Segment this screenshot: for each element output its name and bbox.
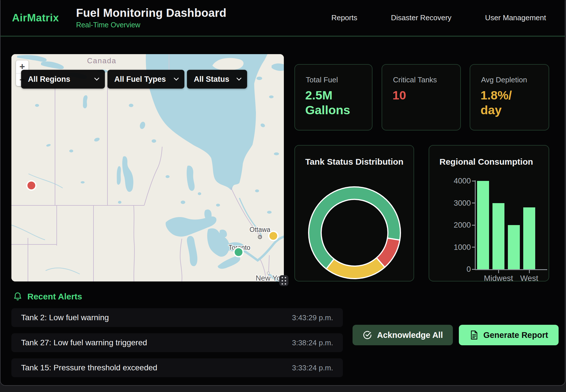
- y-tick-mark: [472, 203, 475, 203]
- region-filter-value: All Regions: [28, 75, 70, 84]
- tank-status-donut-chart: [295, 146, 414, 281]
- title-block: Fuel Monitoring Dashboard Real-Time Over…: [76, 7, 226, 29]
- page-title: Fuel Monitoring Dashboard: [76, 7, 226, 19]
- generate-report-button[interactable]: Generate Report: [459, 325, 559, 345]
- recent-alerts-header: Recent Alerts: [13, 292, 82, 301]
- x-tick-label: West: [520, 274, 538, 281]
- brand-logo: AirMatrix: [12, 12, 59, 24]
- nav-user-management[interactable]: User Management: [485, 13, 546, 22]
- alert-message: Tank 27: Low fuel warning triggered: [21, 338, 147, 347]
- y-tick-mark: [472, 181, 475, 181]
- alert-time: 3:38:24 p.m.: [292, 338, 333, 347]
- map-marker-normal[interactable]: [234, 248, 243, 257]
- stat-label: Total Fuel: [306, 75, 372, 84]
- y-tick-label: 1000: [445, 243, 471, 252]
- fuel-map[interactable]: Canada Ottawa Toronto New York + − All R…: [11, 54, 284, 281]
- y-tick-label: 0: [445, 265, 471, 274]
- regional-consumption-bar-chart: 01000200030004000MidwestWest: [429, 146, 549, 281]
- x-tick-mark: [498, 270, 499, 273]
- x-tick-mark: [529, 270, 530, 273]
- x-tick-label: Midwest: [484, 274, 513, 281]
- map-marker-warning[interactable]: [269, 231, 278, 240]
- donut-segment-warning: [326, 258, 385, 279]
- stat-value: 1.8%/day: [481, 88, 516, 118]
- header-divider: [1, 36, 565, 37]
- resize-grip-icon[interactable]: [279, 275, 288, 286]
- y-tick-label: 4000: [445, 176, 471, 185]
- nav-disaster-recovery[interactable]: Disaster Recovery: [391, 13, 451, 22]
- chevron-down-icon: [94, 75, 99, 81]
- check-circle-icon: [363, 330, 372, 340]
- stat-label: Critical Tanks: [393, 75, 460, 84]
- dashboard-root: AirMatrix Fuel Monitoring Dashboard Real…: [0, 0, 565, 386]
- main-nav: Reports Disaster Recovery User Managemen…: [331, 13, 565, 22]
- alert-row[interactable]: Tank 15: Pressure threshold exceeded 3:3…: [11, 358, 343, 377]
- y-tick-label: 3000: [445, 199, 471, 208]
- critical-tanks-card: Critical Tanks 10: [382, 64, 461, 130]
- fuel-type-filter-select[interactable]: All Fuel Types: [107, 70, 184, 89]
- tank-status-chart-card: Tank Status Distribution: [294, 145, 414, 281]
- bar-region-1: [477, 181, 489, 269]
- bar-West: [523, 207, 535, 269]
- acknowledge-all-button[interactable]: Acknowledge All: [353, 325, 453, 345]
- status-filter-select[interactable]: All Status: [187, 70, 247, 89]
- alert-row[interactable]: Tank 27: Low fuel warning triggered 3:38…: [11, 333, 343, 352]
- bar-region-3: [508, 225, 520, 269]
- nav-reports[interactable]: Reports: [331, 13, 357, 22]
- status-filter-value: All Status: [194, 75, 229, 84]
- stat-value: 10: [392, 88, 460, 103]
- header: AirMatrix Fuel Monitoring Dashboard Real…: [1, 0, 565, 36]
- map-label-canada: Canada: [87, 56, 116, 65]
- map-marker-critical[interactable]: [27, 181, 36, 190]
- stat-value: 2.5M Gallons: [305, 88, 362, 118]
- y-tick-label: 2000: [445, 220, 471, 230]
- total-fuel-card: Total Fuel 2.5M Gallons: [294, 64, 372, 130]
- chevron-down-icon: [174, 75, 179, 81]
- y-tick-mark: [472, 225, 475, 226]
- y-tick-mark: [472, 247, 475, 248]
- acknowledge-all-label: Acknowledge All: [377, 330, 443, 340]
- page-subtitle: Real-Time Overview: [76, 21, 226, 29]
- avg-depletion-card: Avg Depletion 1.8%/day: [470, 64, 549, 130]
- map-label-ottawa: Ottawa: [250, 226, 270, 233]
- generate-report-label: Generate Report: [483, 330, 548, 340]
- y-tick-mark: [472, 269, 475, 270]
- stat-label: Avg Depletion: [481, 75, 549, 84]
- alert-row[interactable]: Tank 2: Low fuel warning 3:43:29 p.m.: [11, 308, 343, 327]
- document-icon: [469, 330, 479, 340]
- region-filter-select[interactable]: All Regions: [21, 70, 105, 89]
- alert-time: 3:33:24 p.m.: [292, 364, 333, 372]
- alert-message: Tank 2: Low fuel warning: [21, 313, 109, 322]
- alert-time: 3:43:29 p.m.: [292, 313, 333, 322]
- chevron-down-icon: [236, 75, 241, 81]
- regional-consumption-chart-card: Regional Consumption 01000200030004000Mi…: [429, 145, 549, 281]
- bar-Midwest: [492, 203, 504, 270]
- fuel-type-filter-value: All Fuel Types: [114, 75, 166, 84]
- bell-icon: [13, 292, 22, 301]
- x-axis: [475, 269, 547, 270]
- map-filter-bar: All Regions All Fuel Types All Status: [21, 70, 247, 89]
- alert-message: Tank 15: Pressure threshold exceeded: [21, 363, 157, 372]
- alerts-title: Recent Alerts: [27, 292, 82, 301]
